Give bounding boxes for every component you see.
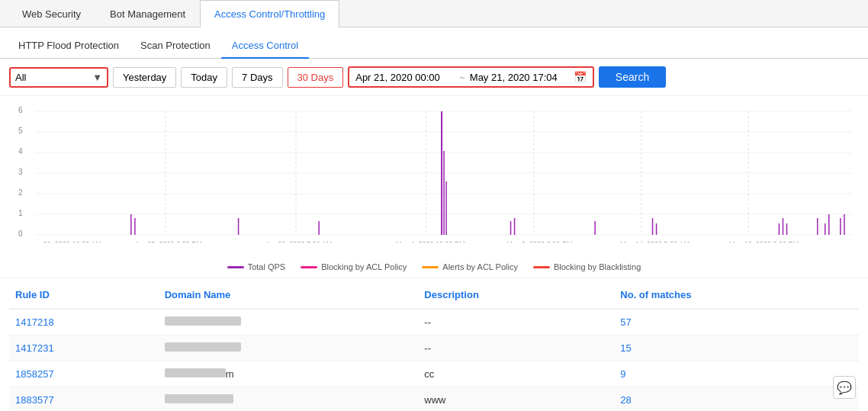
rule-id-link[interactable]: 1883577 — [15, 394, 54, 406]
description-cell: -- — [418, 336, 614, 361]
filter-select-wrapper: All ▼ — [9, 67, 108, 88]
rule-id-link[interactable]: 1417231 — [15, 342, 54, 354]
tab-access-control-throttling[interactable]: Access Control/Throttling — [200, 0, 339, 27]
tab-web-security[interactable]: Web Security — [8, 0, 95, 27]
description-cell: www — [418, 387, 614, 412]
legend-label-blocking-acl: Blocking by ACL Policy — [321, 262, 407, 271]
chart-wrap: 0 1 2 3 4 5 6 pr 21, 2020 12:00 AM Ap — [12, 105, 856, 258]
legend-blocking-blacklist: Blocking by Blacklisting — [533, 262, 641, 271]
svg-text:May 9, 2020 2:00 PM: May 9, 2020 2:00 PM — [507, 240, 573, 242]
chart-svg: 0 1 2 3 4 5 6 pr 21, 2020 12:00 AM Ap — [12, 105, 856, 242]
7days-button[interactable]: 7 Days — [232, 67, 282, 88]
date-range-wrapper: ~ 📅 — [348, 66, 594, 88]
30days-button[interactable]: 30 Days — [288, 67, 344, 88]
description-cell: -- — [418, 309, 614, 336]
table-row: 1883577 www 28 — [9, 387, 859, 412]
domain-blur — [165, 368, 226, 377]
domain-suffix: m — [226, 368, 234, 380]
legend-color-total-qps — [227, 266, 244, 268]
tab-scan-protection[interactable]: Scan Protection — [130, 34, 221, 59]
svg-text:3: 3 — [18, 168, 23, 176]
table-row: 1417218 -- 57 — [9, 309, 859, 336]
table-row: 1858257 m cc 9 — [9, 361, 859, 387]
legend-color-blocking-acl — [301, 266, 317, 268]
domain-cell — [159, 336, 419, 361]
svg-text:1: 1 — [18, 209, 23, 217]
tab-http-flood-protection[interactable]: HTTP Flood Protection — [8, 34, 130, 59]
match-count: 9 — [620, 368, 625, 380]
match-count: 57 — [620, 316, 631, 328]
legend-label-blocking-blacklist: Blocking by Blacklisting — [554, 262, 641, 271]
domain-cell — [159, 309, 419, 336]
search-button[interactable]: Search — [599, 66, 666, 88]
description-cell: cc — [418, 361, 614, 387]
data-table: Rule ID Domain Name Description No. of m… — [9, 281, 859, 411]
legend-color-alerts-acl — [422, 266, 439, 268]
svg-text:6: 6 — [18, 106, 23, 114]
svg-text:pr 21, 2020 12:00 AM: pr 21, 2020 12:00 AM — [35, 240, 101, 242]
table-section: Rule ID Domain Name Description No. of m… — [0, 281, 868, 411]
legend-alerts-acl: Alerts by ACL Policy — [422, 262, 518, 271]
domain-blur — [165, 394, 233, 403]
match-count: 15 — [620, 342, 631, 354]
tab-bot-management[interactable]: Bot Management — [95, 0, 200, 27]
domain-cell — [159, 387, 419, 412]
tab-access-control[interactable]: Access Control — [221, 34, 309, 59]
sub-tabs-bar: HTTP Flood Protection Scan Protection Ac… — [0, 27, 868, 59]
domain-blur — [165, 342, 241, 352]
rule-id-link[interactable]: 1858257 — [15, 368, 54, 380]
svg-text:May 18, 2020 9:00 PM: May 18, 2020 9:00 PM — [729, 240, 799, 242]
chart-container: 0 1 2 3 4 5 6 pr 21, 2020 12:00 AM Ap — [0, 96, 868, 278]
chat-icon[interactable]: 💬 — [833, 376, 856, 399]
legend-total-qps: Total QPS — [227, 262, 286, 271]
select-arrow-icon: ▼ — [92, 72, 102, 83]
chart-legend: Total QPS Blocking by ACL Policy Alerts … — [12, 262, 856, 271]
col-rule-id: Rule ID — [9, 281, 159, 309]
domain-blur — [165, 316, 241, 326]
yesterday-button[interactable]: Yesterday — [113, 67, 176, 88]
svg-text:5: 5 — [18, 127, 23, 135]
rule-id-link[interactable]: 1417218 — [15, 316, 54, 328]
top-tabs-bar: Web Security Bot Management Access Contr… — [0, 0, 868, 27]
svg-text:May 4, 2020 10:30 PM: May 4, 2020 10:30 PM — [396, 240, 465, 242]
legend-color-blocking-blacklist — [533, 266, 550, 268]
col-domain-name: Domain Name — [159, 281, 419, 309]
legend-label-total-qps: Total QPS — [248, 262, 286, 271]
svg-text:Apr 25, 2020 3:30 PM: Apr 25, 2020 3:30 PM — [135, 240, 202, 242]
domain-cell: m — [159, 361, 419, 387]
filter-select[interactable]: All — [15, 72, 89, 83]
legend-label-alerts-acl: Alerts by ACL Policy — [442, 262, 518, 271]
date-to-input[interactable] — [470, 72, 569, 83]
today-button[interactable]: Today — [181, 67, 227, 88]
date-separator: ~ — [459, 72, 465, 83]
svg-text:2: 2 — [18, 188, 23, 197]
svg-text:May 14, 2020 5:30 AM: May 14, 2020 5:30 AM — [620, 240, 689, 242]
date-from-input[interactable] — [355, 72, 455, 83]
table-header-row: Rule ID Domain Name Description No. of m… — [9, 281, 859, 309]
col-no-matches: No. of matches — [614, 281, 859, 309]
table-row: 1417231 -- 15 — [9, 336, 859, 361]
svg-text:0: 0 — [18, 230, 23, 238]
filter-bar: All ▼ Yesterday Today 7 Days 30 Days ~ 📅… — [0, 59, 868, 96]
match-count: 28 — [620, 394, 631, 406]
calendar-icon[interactable]: 📅 — [574, 71, 587, 83]
col-description: Description — [418, 281, 614, 309]
legend-blocking-acl: Blocking by ACL Policy — [301, 262, 407, 271]
svg-text:Apr 30, 2020 7:00 AM: Apr 30, 2020 7:00 AM — [265, 240, 332, 242]
svg-text:4: 4 — [18, 147, 23, 156]
